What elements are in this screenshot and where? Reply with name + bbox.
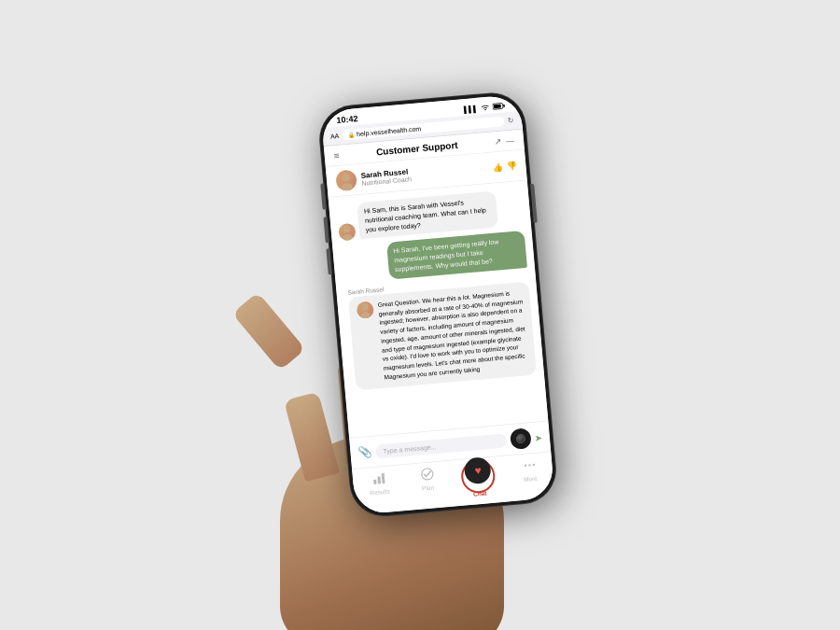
heart-icon: ♥ (474, 463, 482, 477)
message-bubble-3: Great Question. We hear this a lot. Magn… (348, 281, 537, 389)
input-placeholder: Type a message... (383, 442, 437, 454)
agent-feedback: 👍 👎 (492, 161, 517, 172)
svg-rect-11 (381, 473, 385, 483)
minimize-icon[interactable]: — (506, 135, 515, 146)
menu-icon[interactable]: ≡ (333, 149, 340, 160)
status-time: 10:42 (336, 114, 358, 125)
svg-point-14 (528, 464, 531, 467)
lock-icon: 🔒 (348, 131, 356, 138)
message-bubble-2: Hi Sarah, I've been getting really low m… (386, 231, 527, 279)
more-label: More (524, 474, 538, 482)
svg-point-5 (343, 226, 351, 233)
more-icon (522, 457, 536, 474)
nav-more[interactable]: More (522, 457, 539, 492)
thumbdown-icon[interactable]: 👎 (506, 161, 517, 171)
svg-point-15 (532, 463, 535, 466)
svg-point-4 (341, 182, 353, 190)
thumbup-icon[interactable]: 👍 (492, 161, 503, 172)
status-icons: ▌▌▌ (464, 101, 507, 113)
svg-point-7 (361, 303, 369, 311)
svg-point-12 (421, 468, 433, 480)
message-bubble-1: Hi Sam, this is Sarah with Vessel's nutr… (357, 190, 497, 239)
send-icon[interactable]: ➤ (534, 431, 542, 442)
svg-point-3 (342, 174, 350, 182)
signal-icon: ▌▌▌ (464, 105, 478, 112)
scene: 10:42 ▌▌▌ (0, 0, 840, 630)
msg-avatar-3 (356, 301, 374, 319)
attach-icon[interactable]: 📎 (357, 445, 372, 459)
agent-name-role: Sarah Russel Nutritional Coach (360, 167, 412, 187)
svg-rect-9 (373, 479, 376, 483)
nav-plan[interactable]: Plan (420, 467, 436, 501)
messages-list: Hi Sam, this is Sarah with Vessel's nutr… (329, 180, 549, 438)
refresh-icon[interactable]: ↻ (508, 116, 515, 125)
svg-rect-2 (503, 104, 505, 106)
svg-point-6 (343, 233, 353, 241)
vessel-dot (516, 433, 526, 443)
svg-point-13 (524, 464, 526, 467)
chat-header-title: Customer Support (376, 139, 458, 157)
nav-chat[interactable]: ♥ Chat (464, 462, 493, 497)
phone-screen: 10:42 ▌▌▌ (321, 93, 555, 514)
header-actions: ↗ — (495, 135, 515, 147)
msg-avatar-1 (338, 223, 357, 242)
thumb (231, 292, 305, 371)
svg-point-8 (360, 311, 371, 318)
finger-1 (284, 391, 340, 482)
browser-url-text: help.vesselhealth.com (357, 125, 422, 137)
agent-avatar (335, 169, 357, 191)
phone: 10:42 ▌▌▌ (317, 91, 558, 517)
message-row-3: Sarah Russel Great Question. We hear thi… (343, 273, 537, 390)
svg-rect-10 (377, 476, 381, 483)
plan-icon (420, 467, 434, 483)
vessel-button[interactable] (510, 427, 532, 450)
results-icon (371, 470, 385, 487)
results-label: Results (370, 487, 390, 496)
plan-label: Plan (422, 483, 435, 491)
message-input[interactable]: Type a message... (375, 432, 508, 457)
battery-icon (492, 101, 506, 110)
browser-aa: AA (330, 132, 340, 139)
nav-results[interactable]: Results (368, 470, 391, 506)
expand-icon[interactable]: ↗ (495, 136, 503, 147)
svg-rect-1 (494, 104, 501, 108)
agent-info: Sarah Russel Nutritional Coach (335, 164, 412, 191)
wifi-icon (480, 103, 490, 112)
